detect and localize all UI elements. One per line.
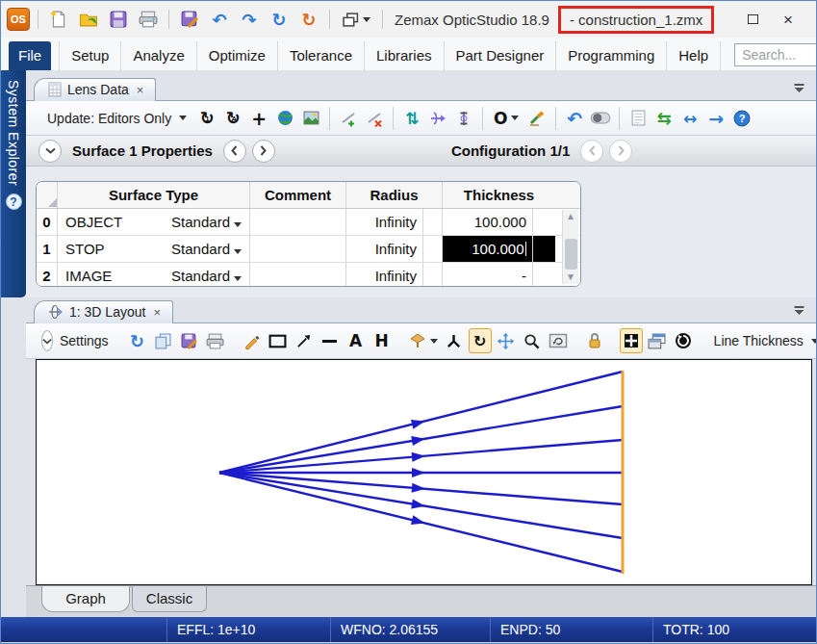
search-input[interactable] <box>734 43 817 66</box>
aperture-icon[interactable]: O <box>490 106 523 131</box>
radius-cell[interactable]: Infinity <box>346 209 423 235</box>
close-button[interactable]: × <box>783 12 793 28</box>
record-icon[interactable] <box>672 328 695 353</box>
scroll-down-icon[interactable]: ▼ <box>566 270 575 284</box>
window-menu-icon[interactable] <box>794 84 804 93</box>
prev-configuration-button[interactable] <box>580 140 603 163</box>
column-header-thickness[interactable]: Thickness <box>443 182 555 208</box>
surface-type-cell[interactable]: IMAGE Standard <box>58 263 250 287</box>
settings-label[interactable]: Settings <box>60 333 109 348</box>
new-file-icon[interactable] <box>46 7 71 32</box>
remove-tool-icon[interactable] <box>525 106 549 131</box>
update-all-icon[interactable]: ↻A <box>221 106 244 131</box>
refresh-all-icon[interactable]: ↻ <box>296 7 321 32</box>
tab-programming[interactable]: Programming <box>556 41 667 70</box>
tab-part-designer[interactable]: Part Designer <box>445 41 557 70</box>
row-number[interactable]: 0 <box>37 209 58 235</box>
tab-lens-data[interactable]: Lens Data × <box>34 78 156 101</box>
close-tab-icon[interactable]: × <box>153 305 161 320</box>
rectangle-tool-icon[interactable] <box>267 328 290 353</box>
update-mode-button[interactable]: Update: Editors Only <box>41 111 192 126</box>
zoom-reset-icon[interactable] <box>547 328 570 353</box>
help-icon[interactable]: ? <box>6 193 22 210</box>
column-header-surface-type[interactable]: Surface Type <box>58 182 250 208</box>
radius-solve-cell[interactable] <box>423 209 443 235</box>
insert-surface-icon[interactable] <box>337 106 360 131</box>
copy-clipboard-icon[interactable] <box>152 328 175 353</box>
save-image-icon[interactable] <box>178 328 201 353</box>
tab-libraries[interactable]: Libraries <box>365 41 445 70</box>
fit-window-icon[interactable] <box>620 328 643 353</box>
rotate-tool-icon[interactable]: ↻ <box>469 328 492 353</box>
tab-help[interactable]: Help <box>667 41 721 70</box>
refresh-icon[interactable]: ↻ <box>126 328 149 353</box>
tab-file[interactable]: File <box>9 41 51 70</box>
line-tool-icon[interactable] <box>319 328 342 353</box>
radius-solve-cell[interactable] <box>423 263 443 287</box>
undo-icon[interactable]: ↶ <box>207 7 232 32</box>
vertical-scrollbar[interactable]: ▲ ▼ <box>562 210 578 284</box>
zoom-tool-icon[interactable] <box>521 328 544 353</box>
delete-surface-icon[interactable] <box>363 106 386 131</box>
expand-properties-button[interactable] <box>38 140 62 163</box>
redo-icon[interactable]: ↷ <box>237 7 262 32</box>
surface-type-cell[interactable]: STOP Standard <box>58 236 250 262</box>
thickness-cell[interactable]: - <box>443 263 533 287</box>
orient-3d-icon[interactable] <box>407 328 440 353</box>
column-header-radius[interactable]: Radius <box>346 182 443 208</box>
system-explorer-tab[interactable]: System Explorer ? <box>1 70 26 297</box>
tab-graph[interactable]: Graph <box>41 586 130 612</box>
pencil-tool-icon[interactable] <box>241 328 264 353</box>
row-number[interactable]: 2 <box>37 263 58 287</box>
save-session-icon[interactable] <box>177 7 202 32</box>
arrow-tool-icon[interactable] <box>293 328 316 353</box>
thickness-solve-cell[interactable] <box>533 263 555 287</box>
column-header-comment[interactable]: Comment <box>250 182 346 208</box>
pan-tool-icon[interactable] <box>495 328 518 353</box>
save-file-icon[interactable] <box>106 7 131 32</box>
comment-cell[interactable] <box>250 263 346 287</box>
go-to-surface-icon[interactable]: → <box>704 106 728 131</box>
thickness-cell-selected[interactable]: 100.000 <box>443 236 533 262</box>
update-editors-icon[interactable]: ↻1 <box>195 106 218 131</box>
comment-cell[interactable] <box>250 236 346 262</box>
aperture-stop-icon[interactable] <box>452 106 475 131</box>
scene-icon[interactable] <box>299 106 322 131</box>
toggle-icon[interactable] <box>589 106 612 131</box>
tab-optimize[interactable]: Optimize <box>197 41 278 70</box>
reverse-elements-icon[interactable] <box>426 106 449 131</box>
next-surface-button[interactable] <box>252 140 275 163</box>
axes-icon[interactable] <box>443 328 466 353</box>
thickness-cell[interactable]: 100.000 <box>443 209 533 235</box>
prev-surface-button[interactable] <box>223 140 246 163</box>
globe-icon[interactable] <box>273 106 296 131</box>
print-icon[interactable] <box>204 328 227 353</box>
undo-edit-icon[interactable]: ↶ <box>563 106 586 131</box>
maximize-button[interactable] <box>748 11 758 28</box>
help-icon[interactable]: ? <box>730 106 753 131</box>
tab-analyze[interactable]: Analyze <box>121 41 196 70</box>
radius-solve-cell[interactable] <box>423 236 443 262</box>
dimension-tool-icon[interactable]: H <box>370 328 394 353</box>
tab-tolerance[interactable]: Tolerance <box>278 41 365 70</box>
sync-icon[interactable]: ↻ <box>267 7 292 32</box>
window-menu-icon[interactable] <box>794 306 804 316</box>
close-tab-icon[interactable]: × <box>137 83 144 97</box>
row-number[interactable]: 1 <box>37 236 58 262</box>
expand-settings-button[interactable] <box>41 330 53 351</box>
copy-window-icon[interactable] <box>646 328 669 353</box>
print-icon[interactable] <box>136 7 161 32</box>
line-thickness-button[interactable]: Line Thickness <box>708 333 817 348</box>
tab-classic[interactable]: Classic <box>132 586 207 612</box>
scrollbar-thumb[interactable] <box>565 239 577 270</box>
tab-3d-layout[interactable]: 1: 3D Layout × <box>34 300 173 323</box>
opticstudio-logo[interactable]: OS <box>7 8 30 31</box>
swap-surfaces-icon[interactable]: ⇅ <box>400 106 423 131</box>
surface-type-cell[interactable]: OBJECT Standard <box>58 209 250 235</box>
notes-icon[interactable] <box>626 106 650 131</box>
swap-rows-icon[interactable]: ⇆ <box>652 106 676 131</box>
open-file-icon[interactable] <box>76 7 101 32</box>
thickness-solve-cell[interactable] <box>533 209 555 235</box>
scroll-up-icon[interactable]: ▲ <box>566 210 575 223</box>
comment-cell[interactable] <box>250 209 346 235</box>
